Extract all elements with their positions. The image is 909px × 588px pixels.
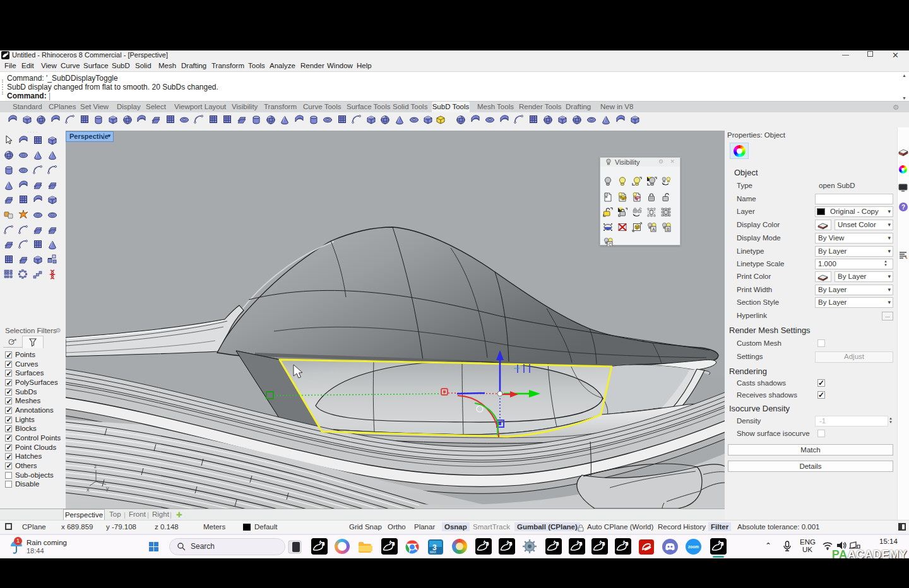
svg-text:z: z — [94, 463, 97, 469]
svg-text:8: 8 — [556, 541, 559, 547]
svg-text:MAX: MAX — [430, 551, 436, 554]
svg-text:8: 8 — [509, 541, 513, 547]
svg-text:8: 8 — [7, 52, 9, 55]
svg-text:8: 8 — [486, 541, 489, 547]
svg-text:B: B — [667, 227, 670, 232]
svg-text:8: 8 — [626, 541, 629, 547]
svg-text:y: y — [106, 485, 109, 491]
svg-text:8: 8 — [602, 541, 605, 547]
svg-text:?: ? — [901, 204, 905, 211]
svg-text:C: C — [609, 242, 612, 247]
svg-text:8: 8 — [721, 541, 724, 547]
svg-text:8: 8 — [392, 541, 395, 547]
svg-text:x: x — [86, 486, 90, 493]
svg-text:A: A — [652, 227, 655, 232]
svg-text:8: 8 — [579, 541, 583, 547]
svg-text:8: 8 — [322, 541, 325, 547]
